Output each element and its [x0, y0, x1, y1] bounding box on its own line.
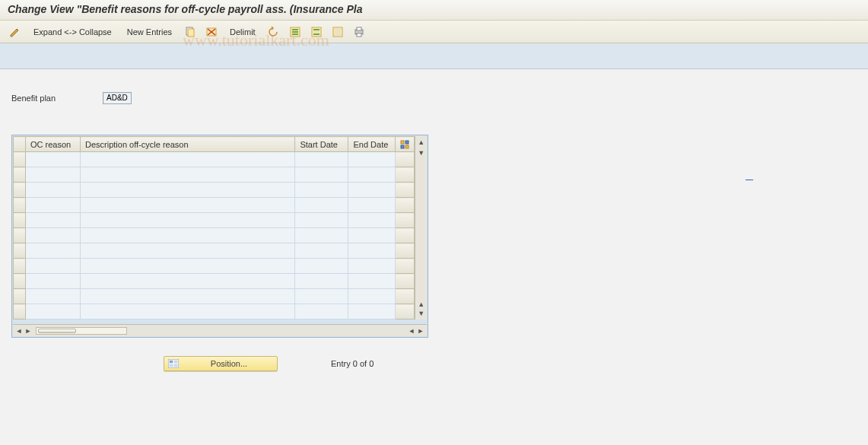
cell-trailing	[396, 213, 415, 228]
position-button[interactable]: Position...	[164, 356, 278, 371]
reasons-table: OC reason Description off-cycle reason S…	[13, 136, 415, 319]
cell-start-date[interactable]	[295, 198, 348, 213]
undo-icon[interactable]	[265, 24, 283, 40]
scroll-down2-icon[interactable]: ▼	[417, 309, 426, 318]
hscroll-track[interactable]	[36, 327, 127, 335]
cell-start-date[interactable]	[295, 228, 348, 243]
col-oc-reason[interactable]: OC reason	[26, 137, 81, 152]
subheader-band	[0, 43, 868, 69]
row-selector[interactable]	[14, 304, 26, 319]
cell-oc-reason[interactable]	[26, 259, 81, 274]
cell-end-date[interactable]	[348, 198, 396, 213]
svg-rect-21	[405, 141, 409, 144]
cell-oc-reason[interactable]	[26, 198, 81, 213]
cell-oc-reason[interactable]	[26, 167, 81, 183]
cell-description[interactable]	[81, 274, 295, 289]
cell-end-date[interactable]	[348, 152, 396, 167]
row-selector[interactable]	[14, 289, 26, 304]
cell-start-date[interactable]	[295, 274, 348, 289]
row-selector[interactable]	[14, 228, 26, 243]
cell-oc-reason[interactable]	[26, 228, 81, 243]
print-icon[interactable]	[350, 24, 368, 40]
table-config-icon[interactable]	[396, 137, 415, 152]
entry-counter: Entry 0 of 0	[331, 359, 374, 368]
row-selector[interactable]	[14, 167, 26, 183]
cell-start-date[interactable]	[295, 213, 348, 228]
row-selector[interactable]	[14, 259, 26, 274]
cell-start-date[interactable]	[295, 289, 348, 304]
cell-description[interactable]	[81, 259, 295, 274]
new-entries-button[interactable]: New Entries	[121, 27, 178, 37]
cell-description[interactable]	[81, 213, 295, 228]
copy-icon[interactable]	[181, 24, 199, 40]
row-selector[interactable]	[14, 183, 26, 198]
row-selector[interactable]	[14, 243, 26, 259]
edit-icon[interactable]	[6, 24, 24, 40]
cell-description[interactable]	[81, 152, 295, 167]
cell-description[interactable]	[81, 198, 295, 213]
row-selector[interactable]	[14, 198, 26, 213]
cell-start-date[interactable]	[295, 183, 348, 198]
cell-description[interactable]	[81, 183, 295, 198]
cell-oc-reason[interactable]	[26, 274, 81, 289]
cell-description[interactable]	[81, 228, 295, 243]
cell-end-date[interactable]	[348, 304, 396, 319]
cell-end-date[interactable]	[348, 274, 396, 289]
cell-end-date[interactable]	[348, 213, 396, 228]
cell-oc-reason[interactable]	[26, 152, 81, 167]
row-selector[interactable]	[14, 152, 26, 167]
cell-description[interactable]	[81, 167, 295, 183]
cell-end-date[interactable]	[348, 183, 396, 198]
scroll-right-icon[interactable]: ►	[24, 326, 33, 335]
hscroll-thumb[interactable]	[38, 329, 76, 333]
col-end-date[interactable]: End Date	[348, 137, 396, 152]
benefit-plan-label: Benefit plan	[11, 94, 80, 103]
row-selector[interactable]	[14, 274, 26, 289]
benefit-plan-field[interactable]: AD&D	[103, 92, 132, 104]
cell-description[interactable]	[81, 304, 295, 319]
cell-end-date[interactable]	[348, 243, 396, 259]
cell-end-date[interactable]	[348, 289, 396, 304]
table-row	[14, 289, 415, 304]
row-selector-header[interactable]	[14, 137, 26, 152]
expand-collapse-button[interactable]: Expand <-> Collapse	[27, 27, 118, 37]
scroll-up2-icon[interactable]: ▲	[417, 300, 426, 309]
cell-start-date[interactable]	[295, 152, 348, 167]
horizontal-scrollbar[interactable]: ◄ ► ◄ ►	[13, 324, 427, 336]
cell-end-date[interactable]	[348, 259, 396, 274]
deselect-icon[interactable]	[329, 24, 347, 40]
cell-description[interactable]	[81, 289, 295, 304]
cell-oc-reason[interactable]	[26, 289, 81, 304]
cell-end-date[interactable]	[348, 228, 396, 243]
col-description[interactable]: Description off-cycle reason	[81, 137, 295, 152]
col-start-date[interactable]: Start Date	[295, 137, 348, 152]
cell-start-date[interactable]	[295, 243, 348, 259]
row-selector[interactable]	[14, 213, 26, 228]
cell-oc-reason[interactable]	[26, 213, 81, 228]
svg-rect-19	[357, 33, 361, 37]
cell-start-date[interactable]	[295, 167, 348, 183]
cell-start-date[interactable]	[295, 259, 348, 274]
scroll-left-icon[interactable]: ◄	[14, 326, 24, 335]
scroll-up-icon[interactable]: ▲	[417, 138, 426, 147]
delete-icon[interactable]	[202, 24, 221, 40]
table-row	[14, 243, 415, 259]
scroll-right2-icon[interactable]: ►	[416, 326, 425, 335]
cell-start-date[interactable]	[295, 304, 348, 319]
svg-rect-12	[313, 33, 320, 35]
cell-end-date[interactable]	[348, 167, 396, 183]
cell-oc-reason[interactable]	[26, 183, 81, 198]
cell-description[interactable]	[81, 243, 295, 259]
scroll-left2-icon[interactable]: ◄	[407, 326, 416, 335]
table-row	[14, 167, 415, 183]
select-all-icon[interactable]	[286, 24, 304, 40]
select-block-icon[interactable]	[307, 24, 326, 40]
table-row	[14, 228, 415, 243]
scroll-down-icon[interactable]: ▼	[417, 148, 426, 157]
table-row	[14, 152, 415, 167]
cell-oc-reason[interactable]	[26, 243, 81, 259]
vertical-scrollbar[interactable]: ▲ ▼ ▲ ▼	[415, 136, 427, 319]
cell-oc-reason[interactable]	[26, 304, 81, 319]
delimit-button[interactable]: Delimit	[224, 27, 262, 37]
cell-trailing	[396, 289, 415, 304]
